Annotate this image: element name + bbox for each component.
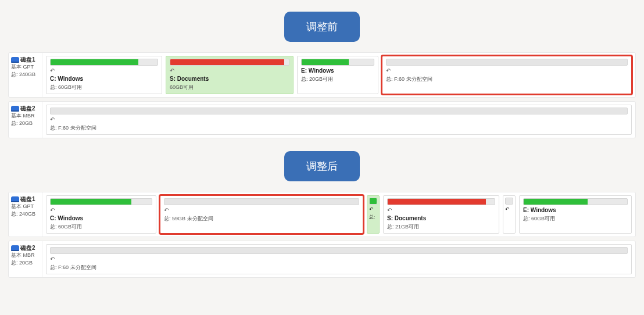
usage-bar [50,59,158,66]
disk-icon [11,57,19,63]
partition-s[interactable]: S: Documents 60GB可用 [166,56,294,94]
partition-e[interactable]: E: Windows 总: 60GB可用 [519,195,632,234]
partition-label: S: Documents [387,215,495,221]
partition-unallocated[interactable]: 总: 59GB 未分配空间 [160,195,363,234]
disk-icon [11,196,19,202]
disk-total: 总: 20GB [11,120,40,127]
usage-bar [301,59,374,66]
partition-label: E: Windows [523,207,628,213]
usage-fill [370,198,377,204]
usage-bar [505,198,513,205]
partition-capacity: 总: 20GB可用 [301,76,374,83]
usage-fill [51,59,138,65]
disk-type: 基本 MBR [11,252,40,259]
before-disk2-panel: 磁盘2 基本 MBR 总: 20GB 总: F:60 未分配空间 [8,101,636,138]
tiny-meta: 总: [369,214,377,220]
disk-name: 磁盘1 [20,56,35,63]
disk-type: 基本 MBR [11,113,40,120]
disk-total: 总: 240GB [11,71,40,78]
partition-capacity: 总: 60GB可用 [50,84,158,91]
before-title: 调整前 [284,12,360,42]
undo-icon [50,67,55,74]
undo-icon [387,207,392,213]
usage-fill [524,199,588,205]
disk-label: 磁盘1 基本 GPT 总: 240GB [9,192,42,237]
disk-icon [11,245,19,251]
partition-c[interactable]: C: Windows 总: 60GB可用 [46,195,156,234]
disk-type: 基本 GPT [11,203,40,210]
undo-icon [50,207,55,213]
partition-c[interactable]: C: Windows 总: 60GB可用 [46,56,162,94]
before-disk1-panel: 磁盘1 基本 GPT 总: 240GB C: Windows 总: 60GB可用… [8,52,636,98]
usage-bar [386,59,628,66]
disk-total: 总: 240GB [11,211,40,218]
disk-total: 总: 20GB [11,260,40,267]
after-title: 调整后 [284,151,360,181]
disk-name: 磁盘2 [20,244,35,252]
partition-tiny[interactable]: ↶ 总: [367,195,380,234]
partition-capacity: 总: F:60 未分配空间 [50,124,628,132]
usage-bar [50,247,628,254]
partition-label: C: Windows [50,215,152,221]
partition-tiny-plain[interactable]: ↶ [503,195,516,234]
disk-name: 磁盘1 [20,195,35,203]
undo-icon: ↶ [369,206,377,212]
usage-fill [302,59,349,65]
undo-icon [170,67,174,74]
usage-bar [369,198,377,205]
undo-icon: ↶ [505,206,513,212]
usage-bar [387,198,495,205]
partition-capacity: 总: 60GB可用 [50,223,152,231]
disk-label: 磁盘2 基本 MBR 总: 20GB [9,241,42,277]
undo-icon [164,207,169,213]
partition-label: S: Documents [170,76,289,82]
partition-unallocated[interactable]: 总: F:60 未分配空间 [382,56,632,94]
undo-icon [50,116,55,123]
partition-capacity: 总: F:60 未分配空间 [386,76,628,83]
usage-bar [50,198,152,205]
partition-e[interactable]: E: Windows 总: 20GB可用 [297,56,378,94]
partition-unallocated[interactable]: 总: F:60 未分配空间 [46,105,632,135]
after-disk1-panel: 磁盘1 基本 GPT 总: 240GB C: Windows 总: 60GB可用… [8,192,636,237]
usage-fill [51,199,131,205]
disk-label: 磁盘1 基本 GPT 总: 240GB [9,53,42,97]
disk-label: 磁盘2 基本 MBR 总: 20GB [9,102,42,138]
usage-bar [170,59,289,66]
disk-icon [11,106,19,112]
undo-icon [386,67,391,74]
partition-s[interactable]: S: Documents 总: 21GB可用 [383,195,499,234]
partition-capacity: 总: 60GB可用 [523,215,628,223]
usage-fill [388,199,486,205]
partition-unallocated[interactable]: 总: F:60 未分配空间 [46,244,632,274]
partition-label: C: Windows [50,76,158,82]
usage-bar [50,108,628,114]
usage-bar [523,198,628,205]
partition-capacity: 总: F:60 未分配空间 [50,264,628,271]
partition-label: E: Windows [301,67,374,74]
partition-capacity: 总: 21GB可用 [387,223,495,231]
partition-capacity: 60GB可用 [170,84,289,91]
partition-capacity: 总: 59GB 未分配空间 [164,215,359,223]
disk-type: 基本 GPT [11,64,40,71]
disk-name: 磁盘2 [20,105,35,112]
usage-bar [164,198,359,205]
after-disk2-panel: 磁盘2 基本 MBR 总: 20GB 总: F:60 未分配空间 [8,241,636,278]
usage-fill [170,59,284,65]
undo-icon [50,256,55,262]
